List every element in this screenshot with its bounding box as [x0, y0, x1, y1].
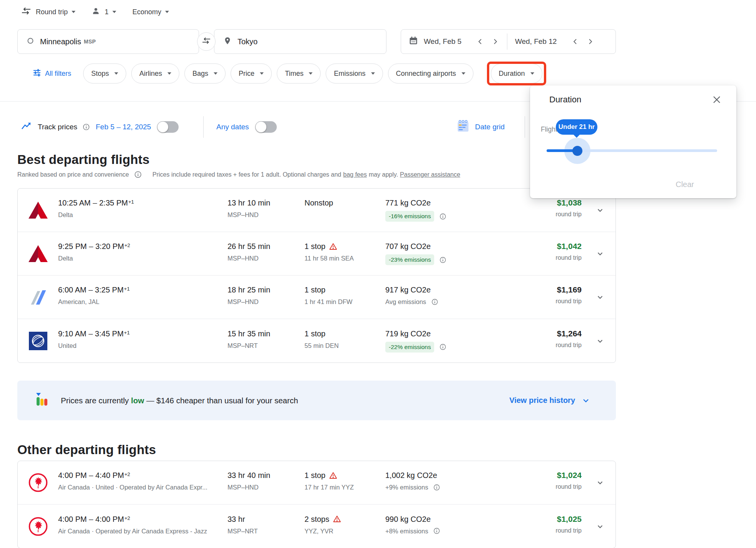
info-icon[interactable]	[433, 484, 440, 491]
flight-airline: American, JAL	[58, 298, 99, 306]
info-icon[interactable]	[433, 528, 440, 534]
return-prev-button[interactable]	[572, 38, 579, 45]
depart-prev-button[interactable]	[477, 38, 484, 45]
person-icon	[92, 7, 100, 17]
chevron-down-icon	[214, 72, 217, 75]
flight-layover: 1 hr 41 min DFW	[304, 298, 353, 306]
flight-row[interactable]: 9:25 PM – 3:20 PM+2Delta 26 hr 55 minMSP…	[18, 232, 616, 276]
flight-times: 6:00 AM – 3:25 PM+1	[58, 285, 130, 294]
return-next-button[interactable]	[587, 38, 594, 45]
swap-icon	[202, 37, 211, 46]
close-icon[interactable]	[712, 95, 722, 106]
flight-duration: 26 hr 55 min	[227, 242, 270, 251]
warning-icon	[329, 472, 337, 479]
flight-co2: 917 kg CO2e	[385, 285, 431, 294]
origin-field[interactable]: Minneapolis MSP	[17, 29, 199, 54]
round-trip-icon	[21, 7, 31, 17]
plus-days: +2	[124, 514, 130, 523]
delta-logo-icon	[18, 245, 58, 262]
chevron-down-icon	[167, 72, 171, 75]
info-icon[interactable]	[440, 257, 446, 263]
expand-flight-button[interactable]	[585, 249, 616, 259]
chevron-down-icon	[260, 72, 264, 75]
expand-flight-button[interactable]	[585, 205, 616, 215]
swap-origin-destination-button[interactable]	[197, 32, 216, 51]
info-icon[interactable]	[83, 124, 90, 130]
plus-days: +1	[124, 284, 130, 294]
chevron-down-icon	[581, 396, 590, 405]
flight-price: $1,024	[557, 471, 582, 480]
chevron-down-icon	[112, 11, 116, 13]
info-icon[interactable]	[134, 171, 142, 178]
duration-popup: Duration Flight Under 21 hr Clear	[530, 85, 736, 198]
filter-chip-airlines[interactable]: Airlines	[131, 63, 179, 84]
flight-row[interactable]: 10:25 AM – 2:35 PM+1Delta 13 hr 10 minMS…	[18, 189, 616, 232]
passengers-select[interactable]: 1	[105, 8, 109, 16]
flight-route: MSP–HND	[227, 211, 259, 219]
view-price-history-button[interactable]: View price history	[509, 396, 590, 405]
duration-slider-label: Flight	[541, 125, 557, 134]
plus-days: +1	[128, 197, 134, 207]
date-grid-button[interactable]: Date grid	[456, 115, 505, 139]
flight-row[interactable]: 6:00 AM – 3:25 PM+1American, JAL 18 hr 2…	[18, 276, 616, 319]
toggle-knob	[256, 122, 266, 132]
best-flights-list: 10:25 AM – 2:35 PM+1Delta 13 hr 10 minMS…	[17, 188, 616, 363]
flight-airline: Delta	[58, 254, 73, 262]
tracked-date-range[interactable]: Feb 5 – 12, 2025	[96, 123, 151, 131]
cabin-class-select[interactable]: Economy	[132, 8, 161, 16]
air-canada-logo-icon	[18, 473, 58, 493]
filter-chip-duration[interactable]: Duration	[491, 63, 542, 84]
trip-type-label: round trip	[555, 483, 582, 490]
filter-chip-times[interactable]: Times	[277, 63, 321, 84]
all-filters-button[interactable]: All filters	[29, 68, 71, 79]
plus-days: +1	[124, 328, 130, 337]
any-dates-group: Any dates	[216, 115, 277, 139]
trip-type-select[interactable]: Round trip	[36, 8, 68, 16]
duration-slider-thumb[interactable]	[572, 146, 582, 156]
date-grid-label: Date grid	[475, 123, 505, 131]
emissions-note: Avg emissions	[385, 298, 426, 306]
origin-city: Minneapolis	[40, 37, 81, 46]
chevron-down-icon	[72, 11, 75, 13]
flight-row[interactable]: 4:00 PM – 4:40 PM+2Air Canada · United ·…	[18, 461, 616, 505]
clear-button[interactable]: Clear	[676, 180, 694, 189]
flight-route: MSP–NRT	[227, 527, 258, 535]
expand-flight-button[interactable]	[585, 336, 616, 346]
divider	[203, 116, 204, 138]
emissions-note: +8% emissions	[385, 527, 428, 535]
filter-chip-price[interactable]: Price	[231, 63, 272, 84]
destination-field[interactable]: Tokyo	[214, 29, 386, 54]
depart-date[interactable]: Wed, Feb 5	[424, 37, 462, 46]
return-date[interactable]: Wed, Feb 12	[515, 37, 557, 46]
chevron-down-icon	[530, 72, 534, 75]
depart-next-button[interactable]	[492, 38, 498, 45]
flight-row[interactable]: 9:10 AM – 3:45 PM+1United 15 hr 35 minMS…	[18, 319, 616, 363]
info-icon[interactable]	[440, 213, 446, 220]
trip-type-label: round trip	[555, 298, 582, 305]
info-icon[interactable]	[432, 299, 438, 305]
bag-fees-link[interactable]: bag fees	[343, 171, 367, 178]
filter-chip-bags[interactable]: Bags	[184, 63, 226, 84]
passenger-assistance-link[interactable]: Passenger assistance	[400, 171, 460, 178]
flight-duration: 15 hr 35 min	[227, 329, 270, 338]
any-dates-toggle[interactable]	[255, 121, 277, 133]
track-prices-toggle[interactable]	[157, 121, 179, 133]
flight-times: 10:25 AM – 2:35 PM+1	[58, 198, 134, 207]
filter-chip-emissions[interactable]: Emissions	[326, 63, 383, 84]
expand-flight-button[interactable]	[585, 521, 616, 531]
flight-times: 4:00 PM – 4:00 PM+2	[58, 515, 130, 524]
expand-flight-button[interactable]	[585, 292, 616, 302]
chevron-down-icon	[165, 11, 169, 13]
info-icon[interactable]	[440, 344, 446, 350]
flight-layover: 17 hr 17 min YYZ	[304, 483, 354, 491]
toggle-knob	[157, 122, 168, 132]
filter-chip-stops[interactable]: Stops	[83, 63, 126, 84]
flight-route: MSP–HND	[227, 483, 259, 491]
trip-type-label: round trip	[555, 342, 582, 349]
expand-flight-button[interactable]	[585, 478, 616, 488]
destination-city: Tokyo	[238, 37, 258, 46]
flight-duration: 33 hr 40 min	[227, 471, 270, 480]
price-insight-text: Prices are currently low — $146 cheaper …	[61, 396, 298, 405]
flight-row[interactable]: 4:00 PM – 4:00 PM+2Air Canada · Operated…	[18, 505, 616, 548]
filter-chip-connecting-airports[interactable]: Connecting airports	[388, 63, 473, 84]
